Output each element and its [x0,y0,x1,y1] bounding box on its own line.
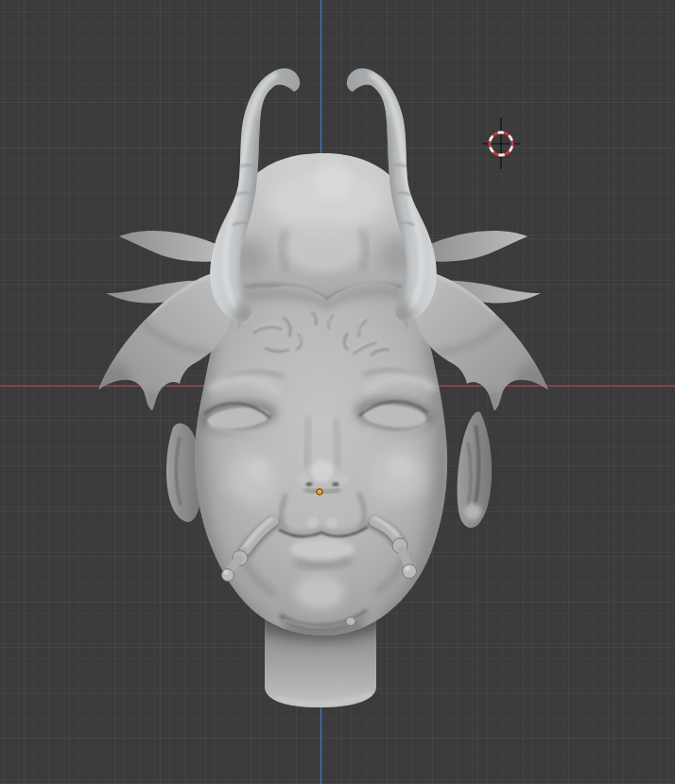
3d-viewport[interactable] [0,0,675,784]
viewport-canvas[interactable] [0,0,675,784]
object-origin-icon[interactable] [317,489,322,495]
face [195,281,447,636]
